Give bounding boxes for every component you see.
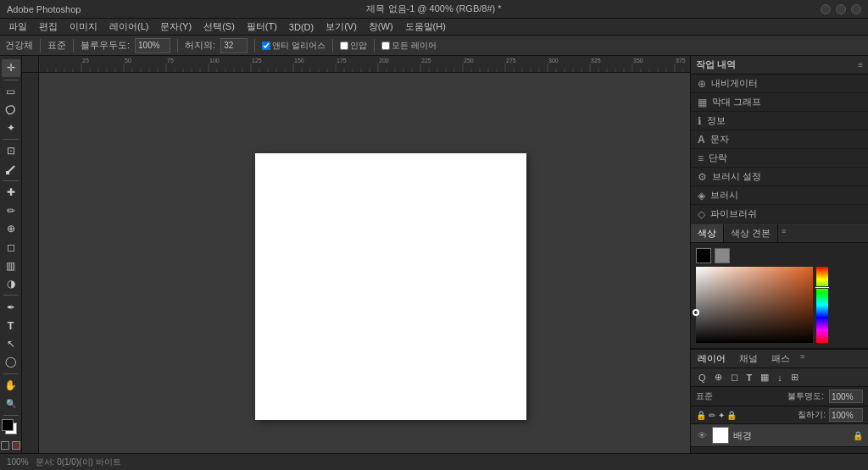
layers-mask-btn[interactable]: ◻ [728, 371, 741, 384]
layers-search-btn[interactable]: Q [696, 372, 709, 384]
histogram-icon: ▦ [698, 97, 707, 108]
dodge-tool[interactable]: ◑ [2, 275, 20, 293]
eyedropper-tool[interactable] [2, 161, 20, 179]
zoom-tool[interactable]: 🔍 [2, 395, 20, 412]
channels-tab[interactable]: 채널 [732, 350, 765, 368]
close-button[interactable] [851, 4, 861, 14]
minimize-button[interactable] [821, 4, 831, 14]
foreground-color-swatch[interactable] [2, 419, 14, 431]
gradient-tool[interactable]: ▥ [2, 257, 20, 274]
opacity-input[interactable] [829, 390, 863, 403]
all-layers-label[interactable]: 모든 레이어 [381, 40, 437, 52]
fill-label: 칠하기: [798, 409, 826, 421]
workspace-libraries[interactable]: ◇ 파이브러쉬 [691, 205, 868, 224]
workspace-character[interactable]: A 문자 [691, 130, 868, 149]
menu-help[interactable]: 도움말(H) [400, 19, 451, 35]
snap-checkbox[interactable] [340, 41, 348, 50]
svg-text:125: 125 [252, 58, 262, 64]
color-swatches[interactable] [2, 419, 20, 438]
workspace-panel-header: 작업 내역 ≡ [691, 56, 868, 75]
title-bar-controls[interactable] [821, 4, 861, 14]
workspace-collapse[interactable]: ≡ [858, 60, 863, 69]
quickmask-mode[interactable] [12, 441, 20, 450]
all-layers-checkbox[interactable] [381, 41, 390, 50]
menu-image[interactable]: 이미지 [64, 19, 103, 35]
layer-background-row[interactable]: 👁 배경 🔒 [691, 424, 868, 447]
menu-layer[interactable]: 레이어(L) [104, 19, 153, 35]
magic-wand-tool[interactable]: ✦ [2, 119, 20, 137]
svg-rect-97 [22, 73, 39, 453]
character-icon: A [698, 134, 705, 146]
tool-divider-2 [3, 139, 19, 140]
menu-filter[interactable]: 필터(T) [242, 19, 282, 35]
layers-adj-btn[interactable]: ▦ [758, 371, 771, 384]
color-swatch-row [696, 248, 863, 263]
layers-tab[interactable]: 레이어 [691, 350, 732, 368]
layers-panel-arrow[interactable]: ≡ [797, 350, 808, 368]
layers-new-btn[interactable]: ⊞ [788, 371, 801, 384]
crop-tool[interactable]: ⊡ [2, 142, 20, 160]
color-panel: 색상 색상 견본 ≡ [691, 224, 868, 349]
workspace-histogram[interactable]: ▦ 막대 그래프 [691, 93, 868, 112]
bg-color-swatch[interactable] [715, 248, 730, 263]
fill-row: 🔒 ✏ ✦ 🔒 칠하기: [691, 406, 868, 424]
workspace-brush[interactable]: ◈ 브러시 [691, 186, 868, 205]
info-icon: ℹ [698, 115, 702, 127]
brush-tool[interactable]: ✏ [2, 202, 20, 220]
snap-label[interactable]: 인압 [340, 40, 367, 52]
path-select-tool[interactable]: ↖ [2, 335, 20, 352]
blend-mode-label: 표준 [696, 390, 713, 402]
move-tool[interactable]: ✛ [2, 59, 20, 77]
divider-2 [73, 39, 74, 53]
pen-tool[interactable]: ✒ [2, 298, 20, 316]
hardness-input[interactable] [220, 38, 248, 53]
menu-3d[interactable]: 3D(D) [284, 20, 319, 34]
color-gradient[interactable] [696, 267, 813, 343]
svg-text:250: 250 [464, 58, 474, 64]
color-tab[interactable]: 색상 [691, 224, 724, 242]
standard-mode[interactable] [1, 441, 9, 450]
hue-slider[interactable] [816, 267, 828, 343]
snap-text: 인압 [350, 40, 367, 52]
layers-text-btn[interactable]: T [744, 372, 755, 384]
workspace-brush-settings[interactable]: ⚙ 브러시 설정 [691, 168, 868, 186]
layers-group-btn[interactable]: ↓ [775, 372, 785, 384]
workspace-info[interactable]: ℹ 정보 [691, 112, 868, 130]
layers-add-btn[interactable]: ⊕ [712, 371, 725, 384]
menu-view[interactable]: 보기(V) [320, 19, 362, 35]
canvas-work-area[interactable] [39, 73, 690, 453]
color-spectrum [696, 267, 863, 343]
blend-input[interactable] [135, 38, 170, 53]
clone-tool[interactable]: ⊕ [2, 220, 20, 238]
menu-select[interactable]: 선택(S) [198, 19, 240, 35]
color-panel-arrow[interactable]: ≡ [778, 224, 789, 242]
text-tool[interactable]: T [2, 317, 20, 335]
select-rect-tool[interactable]: ▭ [2, 82, 20, 100]
menu-window[interactable]: 창(W) [364, 19, 398, 35]
menu-edit[interactable]: 편집 [34, 19, 63, 35]
workspace-paragraph[interactable]: ≡ 단락 [691, 149, 868, 168]
antialias-checkbox[interactable] [262, 41, 270, 50]
fg-color-swatch[interactable] [696, 248, 711, 263]
shape-tool[interactable]: ◯ [2, 353, 20, 371]
hand-tool[interactable]: ✋ [2, 376, 20, 394]
swatches-tab[interactable]: 색상 견본 [724, 224, 778, 242]
workspace-title: 작업 내역 [696, 58, 736, 71]
navigator-icon: ⊕ [698, 78, 706, 90]
menu-type[interactable]: 문자(Y) [155, 19, 197, 35]
left-toolbar: ✛ ▭ ✦ ⊡ ✚ ✏ ⊕ ◻ ▥ ◑ ✒ T ↖ ◯ ✋ 🔍 [0, 56, 22, 453]
font-label: 표준 [47, 39, 66, 52]
ruler-corner [22, 56, 39, 73]
paths-tab[interactable]: 패스 [765, 350, 797, 368]
tool-divider-5 [3, 373, 19, 374]
eraser-tool[interactable]: ◻ [2, 239, 20, 257]
fill-input[interactable] [829, 408, 863, 422]
layer-thumbnail [712, 427, 729, 444]
lasso-tool[interactable] [2, 101, 20, 119]
heal-tool[interactable]: ✚ [2, 184, 20, 202]
menu-file[interactable]: 파일 [3, 19, 32, 35]
workspace-navigator[interactable]: ⊕ 내비게이터 [691, 75, 868, 93]
restore-button[interactable] [836, 4, 846, 14]
antialias-label[interactable]: 앤티 얼리어스 [262, 40, 326, 52]
layer-visibility-toggle[interactable]: 👁 [696, 429, 708, 441]
